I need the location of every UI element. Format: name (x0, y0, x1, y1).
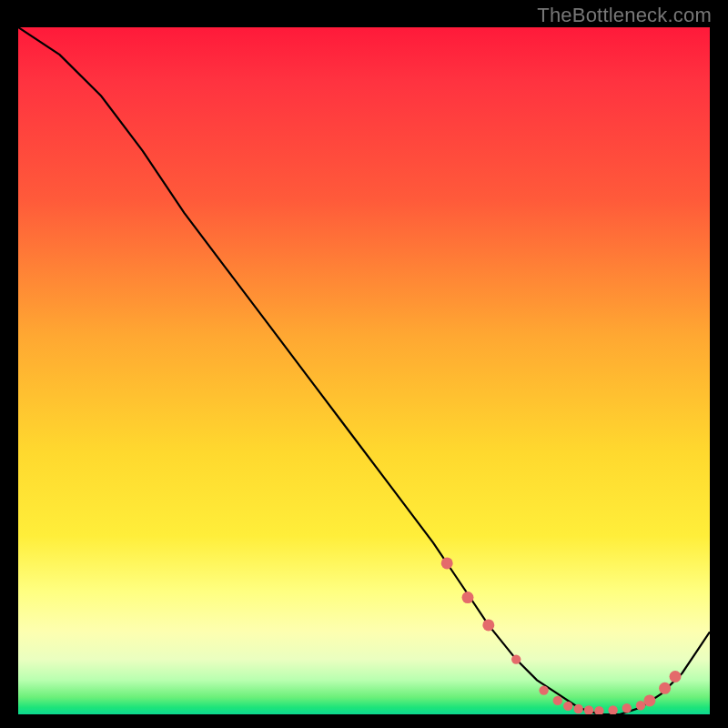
marker-point (462, 592, 474, 603)
marker-point (659, 682, 671, 694)
marker-point (482, 619, 494, 631)
marker-group (441, 557, 682, 714)
marker-point (441, 557, 453, 569)
marker-point (539, 685, 548, 694)
marker-point (553, 696, 562, 705)
marker-point (573, 704, 582, 713)
chart-svg (18, 27, 710, 714)
chart-frame: TheBottleneck.com (0, 0, 728, 728)
marker-point (563, 702, 572, 711)
watermark-text: TheBottleneck.com (537, 4, 712, 27)
marker-point (511, 654, 521, 663)
marker-point (643, 694, 655, 706)
chart-plot-area (18, 27, 710, 714)
marker-point (584, 705, 593, 714)
bottleneck-curve (18, 27, 710, 714)
marker-point (594, 706, 603, 714)
marker-point (670, 671, 682, 682)
marker-point (608, 705, 617, 714)
marker-point (622, 703, 632, 713)
